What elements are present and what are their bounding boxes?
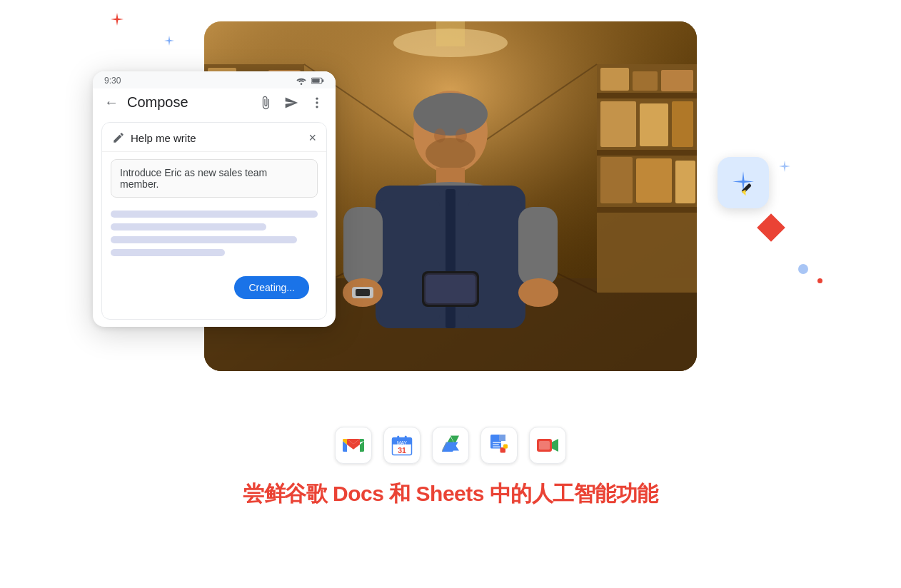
battery-icon [311,77,324,84]
svg-rect-85 [493,442,501,444]
help-write-title-group: Help me write [112,131,196,144]
svg-rect-23 [600,68,629,91]
svg-rect-20 [597,93,697,98]
sparkle-blue-right [779,161,790,172]
svg-rect-37 [436,21,465,46]
dot-light-blue [798,264,808,274]
svg-rect-22 [597,207,697,213]
loading-line-1 [111,211,318,218]
svg-rect-49 [343,207,383,285]
svg-rect-55 [426,275,475,303]
meet-icon[interactable] [529,427,566,464]
svg-rect-31 [675,161,695,203]
svg-point-58 [301,83,303,85]
app-icons-row: 31 MAY [335,427,566,464]
sparkle-blue-top [164,36,174,46]
send-icon[interactable] [284,96,298,110]
svg-rect-50 [518,207,558,285]
svg-rect-89 [503,445,508,449]
edit-icon [112,131,125,144]
svg-rect-30 [636,158,672,203]
bottom-headline: 尝鲜谷歌 Docs 和 Sheets 中的人工智能功能 [243,480,658,509]
prompt-input[interactable]: Introduce Eric as new sales team member. [111,159,318,198]
svg-rect-26 [600,101,636,147]
svg-rect-92 [539,441,550,450]
svg-rect-84 [499,435,505,441]
svg-rect-57 [356,289,370,296]
svg-point-63 [316,101,318,103]
status-icons [296,76,324,85]
compose-card: 9:30 ← [93,71,336,327]
sparkle-red-top-left [111,13,124,26]
svg-rect-86 [493,445,499,446]
close-button[interactable]: × [308,131,316,144]
gmail-icon[interactable] [335,427,372,464]
compose-title: Compose [127,94,250,111]
wand-icon [729,168,757,197]
svg-text:MAY: MAY [397,440,408,445]
help-write-title: Help me write [131,132,196,144]
loading-line-2 [111,223,266,230]
dot-red-small [817,278,822,283]
calendar-icon[interactable]: 31 MAY [383,427,421,464]
meet-svg [535,432,560,458]
docs-icon[interactable] [480,427,518,464]
help-write-header: Help me write × [102,123,326,152]
gmail-svg [341,432,366,458]
svg-rect-46 [446,189,455,328]
magic-wand-button[interactable] [718,157,769,208]
svg-point-39 [413,93,488,136]
attachment-icon[interactable] [258,96,273,110]
loading-line-4 [111,249,225,256]
drive-icon[interactable] [432,427,469,464]
loading-lines [102,205,326,259]
time-display: 9:30 [104,76,121,86]
docs-svg [486,432,512,458]
svg-rect-27 [640,103,668,146]
svg-marker-91 [552,439,558,452]
drive-svg [438,432,463,458]
svg-rect-60 [322,79,323,82]
svg-point-64 [316,106,318,108]
compose-actions [258,96,324,110]
svg-point-62 [316,97,318,99]
back-button[interactable]: ← [104,94,119,111]
svg-rect-24 [633,71,658,91]
svg-rect-87 [493,447,500,448]
more-icon[interactable] [310,96,324,110]
svg-point-42 [426,138,475,169]
svg-point-52 [518,278,558,307]
creating-button[interactable]: Creating... [234,276,309,299]
card-bottom-pad [93,320,336,327]
loading-line-3 [111,236,297,243]
calendar-svg: 31 MAY [389,432,415,458]
compose-title-bar: ← Compose [93,88,336,116]
wifi-icon [296,76,307,85]
svg-rect-61 [312,78,320,82]
svg-rect-29 [600,157,633,203]
svg-rect-21 [597,150,697,156]
status-bar: 9:30 [93,71,336,88]
help-write-panel: Help me write × Introduce Eric as new sa… [101,122,327,320]
main-content: 9:30 ← [0,0,901,588]
svg-text:31: 31 [398,446,406,455]
hero-section: 9:30 ← [0,0,901,414]
svg-rect-25 [661,70,693,91]
svg-rect-28 [672,101,693,147]
